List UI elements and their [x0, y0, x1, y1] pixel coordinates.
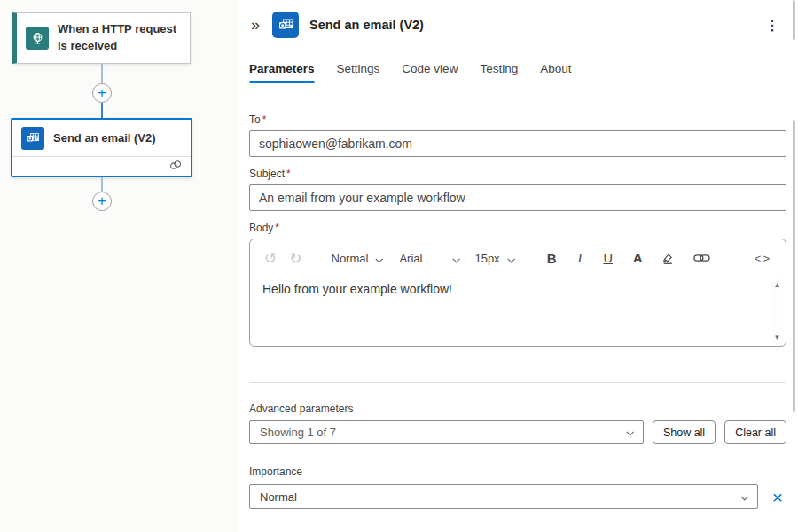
- more-options-icon[interactable]: ⋮: [760, 15, 785, 35]
- trigger-card-title: When a HTTP request is received: [58, 21, 181, 55]
- chevron-down-icon: [453, 255, 460, 262]
- remove-importance-icon[interactable]: ×: [769, 488, 786, 506]
- plus-icon: +: [98, 86, 106, 100]
- toolbar-divider: [317, 248, 317, 268]
- tab-parameters[interactable]: Parameters: [249, 60, 315, 83]
- logic-apps-designer: When a HTTP request is received + Send a…: [0, 0, 798, 532]
- action-card-send-email[interactable]: Send an email (V2): [11, 118, 192, 177]
- section-divider: [249, 382, 786, 383]
- font-size-dropdown[interactable]: 15px: [469, 248, 518, 269]
- chevron-down-icon: [626, 428, 633, 435]
- scroll-down-icon[interactable]: ▼: [772, 331, 783, 344]
- workflow-canvas[interactable]: When a HTTP request is received + Send a…: [0, 0, 239, 532]
- chevron-down-icon: [376, 255, 383, 262]
- tab-about[interactable]: About: [540, 60, 571, 83]
- underline-icon[interactable]: U: [598, 247, 617, 269]
- outlook-icon: [272, 12, 299, 38]
- panel-tabs: Parameters Settings Code view Testing Ab…: [249, 60, 786, 83]
- plus-icon: +: [98, 194, 106, 208]
- scroll-up-icon[interactable]: ▲: [772, 278, 783, 292]
- show-all-button[interactable]: Show all: [653, 420, 716, 444]
- tab-code-view[interactable]: Code view: [402, 60, 458, 83]
- panel-title: Send an email (V2): [309, 18, 749, 32]
- chevron-down-icon: [740, 493, 747, 500]
- subject-label: Subject*: [249, 168, 786, 180]
- panel-scrollbar[interactable]: [793, 120, 795, 412]
- insert-step-button[interactable]: +: [92, 192, 112, 211]
- connection-icon[interactable]: [168, 159, 183, 175]
- chevron-down-icon: [507, 255, 514, 262]
- tab-settings[interactable]: Settings: [337, 60, 380, 83]
- italic-icon[interactable]: I: [572, 247, 587, 270]
- connector-line: [101, 103, 103, 118]
- bold-icon[interactable]: B: [542, 247, 562, 270]
- paragraph-style-dropdown[interactable]: Normal: [326, 248, 387, 269]
- importance-label: Importance: [249, 466, 786, 478]
- required-marker: *: [286, 168, 291, 180]
- panel-scrollbar[interactable]: [793, 0, 795, 40]
- clear-all-button[interactable]: Clear all: [724, 420, 786, 444]
- link-icon[interactable]: [688, 249, 716, 267]
- body-label: Body*: [249, 222, 786, 234]
- to-input[interactable]: [249, 130, 786, 157]
- action-details-panel: » Send an email (V2) ⋮ Parameters Settin…: [240, 0, 798, 532]
- advanced-parameters-label: Advanced parameters: [249, 403, 786, 415]
- font-color-icon[interactable]: A: [628, 247, 647, 269]
- connector-line: [101, 64, 103, 83]
- redo-icon[interactable]: ↻: [284, 246, 307, 271]
- highlight-color-icon[interactable]: [656, 248, 679, 269]
- toolbar-divider: [528, 248, 528, 268]
- advanced-parameters-dropdown[interactable]: Showing 1 of 7: [249, 420, 644, 444]
- trigger-card-http-request[interactable]: When a HTTP request is received: [12, 12, 191, 64]
- editor-scrollbar[interactable]: ▲ ▼: [771, 278, 784, 344]
- collapse-panel-icon[interactable]: »: [249, 16, 262, 35]
- font-family-dropdown[interactable]: Arial: [394, 248, 464, 269]
- rich-text-toolbar: ↺ ↻ Normal Arial 15px B I U A: [250, 239, 786, 277]
- body-input[interactable]: Hello from your example workflow!: [250, 277, 786, 347]
- subject-input[interactable]: [249, 184, 786, 211]
- required-marker: *: [275, 222, 279, 234]
- tab-testing[interactable]: Testing: [480, 60, 518, 83]
- undo-icon[interactable]: ↺: [259, 246, 282, 271]
- action-card-title: Send an email (V2): [53, 130, 156, 147]
- importance-dropdown[interactable]: Normal: [249, 484, 758, 509]
- body-rich-text-editor: ↺ ↻ Normal Arial 15px B I U A: [249, 239, 786, 347]
- insert-step-button[interactable]: +: [92, 83, 112, 103]
- required-marker: *: [262, 113, 267, 126]
- connector-line: [101, 177, 103, 192]
- outlook-icon: [21, 127, 44, 150]
- to-label: To*: [249, 113, 786, 126]
- code-view-icon[interactable]: <>: [749, 248, 777, 269]
- http-request-trigger-icon: [26, 27, 49, 50]
- panel-header: » Send an email (V2) ⋮: [249, 0, 786, 39]
